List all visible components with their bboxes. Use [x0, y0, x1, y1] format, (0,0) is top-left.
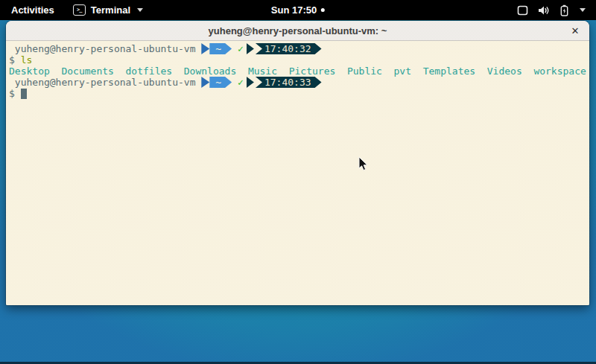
terminal-app-icon: >_: [73, 4, 86, 16]
command-text: ls: [21, 54, 33, 66]
directory-name: Public: [347, 66, 382, 77]
text-cursor: [21, 89, 27, 99]
notification-dot-icon: [321, 8, 325, 12]
volume-icon: [538, 5, 551, 16]
user-host-text: yuheng@henry-personal-ubuntu-vm: [9, 77, 201, 88]
window-titlebar[interactable]: yuheng@henry-personal-ubuntu-vm: ~ ✕: [6, 21, 589, 41]
prompt-line: yuheng@henry-personal-ubuntu-vm ~ ✓ 17:4…: [9, 43, 586, 54]
status-check-icon: ✓: [238, 77, 244, 88]
directory-name: Videos: [487, 66, 522, 77]
close-icon: ✕: [571, 25, 580, 36]
terminal-content[interactable]: yuheng@henry-personal-ubuntu-vm ~ ✓ 17:4…: [6, 41, 589, 305]
clock-button[interactable]: Sun 17:50: [265, 0, 331, 20]
powerline-arrow-icon: [201, 43, 209, 54]
command-line: $ ls: [9, 54, 586, 66]
ls-output-line: DesktopDocumentsdotfilesDownloadsMusicPi…: [9, 66, 586, 77]
time-segment: 17:40:32: [256, 43, 322, 54]
terminal-glyph: >_: [77, 7, 81, 13]
terminal-window: yuheng@henry-personal-ubuntu-vm: ~ ✕ yuh…: [6, 21, 589, 305]
directory-name: workspace: [533, 66, 586, 77]
directory-name: Downloads: [184, 66, 236, 77]
activities-label: Activities: [11, 4, 54, 16]
window-title: yuheng@henry-personal-ubuntu-vm: ~: [209, 25, 387, 36]
prompt-line: yuheng@henry-personal-ubuntu-vm ~ ✓ 17:4…: [9, 77, 586, 88]
powerline-arrow-icon: [201, 77, 209, 88]
system-status-area[interactable]: [507, 0, 596, 20]
directory-name: pvt: [394, 66, 411, 77]
chevron-down-icon: [137, 8, 143, 12]
activities-button[interactable]: Activities: [0, 0, 66, 20]
directory-name: Templates: [423, 66, 475, 77]
battery-charging-icon: [560, 4, 568, 16]
display-icon: [517, 5, 528, 16]
cwd-segment: ~: [209, 77, 232, 88]
directory-name: dotfiles: [126, 66, 173, 77]
input-line[interactable]: $: [9, 88, 586, 99]
powerline-arrow-icon: [247, 77, 254, 88]
cwd-segment: ~: [209, 43, 232, 54]
prompt-symbol: $: [9, 54, 21, 66]
status-check-icon: ✓: [238, 43, 244, 54]
directory-name: Documents: [61, 66, 113, 77]
time-segment: 17:40:33: [256, 77, 322, 88]
clock-label: Sun 17:50: [271, 4, 317, 16]
powerline-arrow-icon: [247, 43, 254, 54]
screen: Activities >_ Terminal Sun 17:50: [0, 0, 596, 364]
directory-name: Pictures: [289, 66, 336, 77]
prompt-symbol: $: [9, 88, 21, 99]
app-menu-label: Terminal: [91, 4, 130, 16]
close-button[interactable]: ✕: [568, 24, 582, 37]
app-menu-button[interactable]: >_ Terminal: [66, 0, 150, 20]
gnome-top-bar: Activities >_ Terminal Sun 17:50: [0, 0, 596, 20]
directory-name: Desktop: [9, 66, 50, 77]
chevron-down-icon: [580, 8, 586, 12]
topbar-left: Activities >_ Terminal: [0, 0, 150, 20]
directory-name: Music: [248, 66, 277, 77]
user-host-text: yuheng@henry-personal-ubuntu-vm: [9, 43, 201, 54]
